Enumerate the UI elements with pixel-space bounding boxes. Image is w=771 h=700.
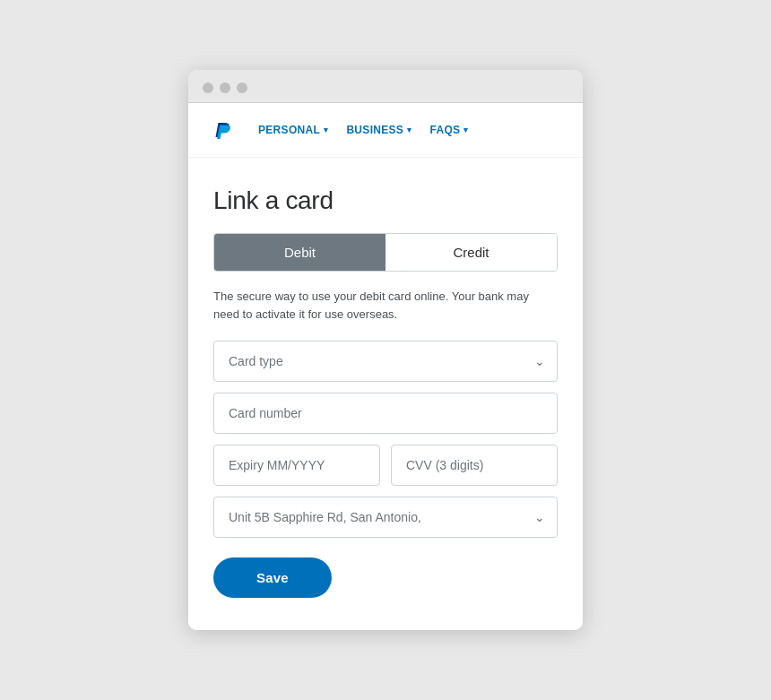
browser-window: PERSONAL ▾ BUSINESS ▾ FAQS ▾ Link a card… [188,70,583,630]
nav-business[interactable]: BUSINESS ▾ [346,124,411,136]
card-type-select-wrapper: ⌄ [213,341,558,382]
traffic-light-close [203,82,213,93]
traffic-light-maximize [237,82,247,93]
browser-titlebar [188,70,583,103]
card-type-group: ⌄ [213,341,558,382]
card-number-input[interactable] [213,393,558,434]
address-input[interactable] [213,497,558,538]
nav-faqs[interactable]: FAQS ▾ [429,124,468,136]
address-select-wrapper: ⌄ [213,497,558,538]
card-number-group [213,393,558,434]
traffic-light-minimize [220,82,230,93]
chevron-down-icon: ▾ [463,125,468,134]
expiry-input[interactable] [213,445,380,486]
chevron-down-icon: ▾ [407,125,411,134]
tab-credit[interactable]: Credit [386,234,557,271]
address-group: ⌄ [213,497,558,538]
main-content: Link a card Debit Credit The secure way … [188,158,583,630]
card-type-input[interactable] [213,341,558,382]
save-button[interactable]: Save [213,557,332,598]
paypal-logo-icon [210,117,235,143]
card-type-tabs: Debit Credit [213,233,558,272]
nav-personal[interactable]: PERSONAL ▾ [258,124,328,136]
tab-debit[interactable]: Debit [214,234,386,271]
browser-content: PERSONAL ▾ BUSINESS ▾ FAQS ▾ Link a card… [188,103,583,630]
cvv-input[interactable] [391,445,558,486]
navbar: PERSONAL ▾ BUSINESS ▾ FAQS ▾ [188,103,583,158]
expiry-cvv-row [213,445,558,486]
page-title: Link a card [213,186,558,215]
card-description: The secure way to use your debit card on… [213,288,558,323]
chevron-down-icon: ▾ [324,125,328,134]
